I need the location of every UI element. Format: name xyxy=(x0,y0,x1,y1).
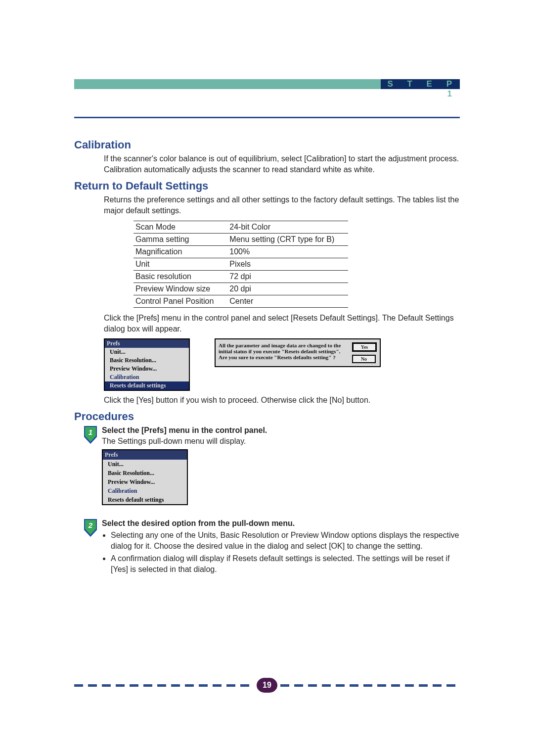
step-badge-1-icon: 1 xyxy=(84,426,99,444)
procedures-list: 1 Select the [Prefs] menu in the control… xyxy=(84,425,460,576)
procedure-step-2: 2 Select the desired option from the pul… xyxy=(84,518,460,576)
bullet-item: A confirmation dialog will display if Re… xyxy=(111,553,460,574)
dialog-buttons: Yes No xyxy=(352,342,377,363)
prefs-menu-screenshot-2: Prefs Unit... Basic Resolution... Previe… xyxy=(102,449,188,505)
prefs-menu-item: Basic Resolution... xyxy=(103,469,187,477)
dialog-text: All the parameter and image data are cha… xyxy=(219,342,348,363)
step-heading: Select the desired option from the pull-… xyxy=(102,518,460,529)
table-row: Scan Mode24-bit Color xyxy=(134,221,348,234)
table-row: Control Panel PositionCenter xyxy=(134,295,348,308)
prefs-menu-item: Preview Window... xyxy=(105,365,189,373)
document-page: S T E P 1 Calibration If the scanner's c… xyxy=(0,0,534,756)
table-row: Preview Window size20 dpi xyxy=(134,283,348,295)
page-number: 19 xyxy=(257,678,277,693)
return-defaults-after-table: Click the [Prefs] menu in the control pa… xyxy=(104,313,460,334)
prefs-menu-title: Prefs xyxy=(105,339,189,348)
calibration-body: If the scanner's color balance is out of… xyxy=(104,153,460,175)
step-body: The Settings pull-down menu will display… xyxy=(102,436,460,447)
dialog-no-button: No xyxy=(352,355,376,363)
page-number-bar: 19 xyxy=(74,677,460,694)
step-bullets: Selecting any one of the Units, Basic Re… xyxy=(102,530,460,574)
horizontal-rule xyxy=(74,117,460,118)
svg-text:2: 2 xyxy=(88,521,93,529)
svg-text:1: 1 xyxy=(89,428,92,436)
confirm-dialog-screenshot: All the parameter and image data are cha… xyxy=(215,338,381,367)
procedure-step-1: 1 Select the [Prefs] menu in the control… xyxy=(84,425,460,505)
dialog-yes-button: Yes xyxy=(352,342,377,352)
prefs-menu-item: Basic Resolution... xyxy=(105,356,189,365)
step-heading: Select the [Prefs] menu in the control p… xyxy=(102,425,460,436)
step-label: S T E P 1 xyxy=(381,79,460,99)
prefs-menu-item: Calibration xyxy=(103,486,187,495)
step-badge-2-icon: 2 xyxy=(84,519,99,537)
prefs-menu-item: Calibration xyxy=(105,373,189,381)
prefs-and-dialog-row: Prefs Unit... Basic Resolution... Previe… xyxy=(104,338,460,391)
dash-decoration-right xyxy=(280,684,460,687)
page-content: Calibration If the scanner's color balan… xyxy=(74,134,460,580)
table-row: UnitPixels xyxy=(134,258,348,271)
header-bar-teal xyxy=(74,79,381,89)
bullet-item: Selecting any one of the Units, Basic Re… xyxy=(111,530,460,551)
return-defaults-intro: Returns the preference settings and all … xyxy=(104,194,460,216)
section-title-procedures: Procedures xyxy=(74,410,460,423)
prefs-menu-item: Resets default settings xyxy=(103,495,187,504)
section-title-calibration: Calibration xyxy=(74,139,460,151)
prefs-menu-item: Unit... xyxy=(103,460,187,469)
return-defaults-after-dialog: Click the [Yes] button if you wish to pr… xyxy=(104,395,460,406)
prefs-menu-item: Unit... xyxy=(105,348,189,356)
prefs-menu-title: Prefs xyxy=(103,450,187,459)
table-row: Basic resolution72 dpi xyxy=(134,271,348,283)
dash-decoration-left xyxy=(74,684,254,687)
table-row: Gamma settingMenu setting (CRT type for … xyxy=(134,234,348,246)
prefs-menu-item-selected: Resets default settings xyxy=(105,381,189,390)
prefs-menu-screenshot: Prefs Unit... Basic Resolution... Previe… xyxy=(104,338,190,391)
defaults-table: Scan Mode24-bit Color Gamma settingMenu … xyxy=(134,221,348,308)
table-row: Magnification100% xyxy=(134,246,348,258)
prefs-menu-item: Preview Window... xyxy=(103,477,187,486)
section-title-return-defaults: Return to Default Settings xyxy=(74,180,460,192)
